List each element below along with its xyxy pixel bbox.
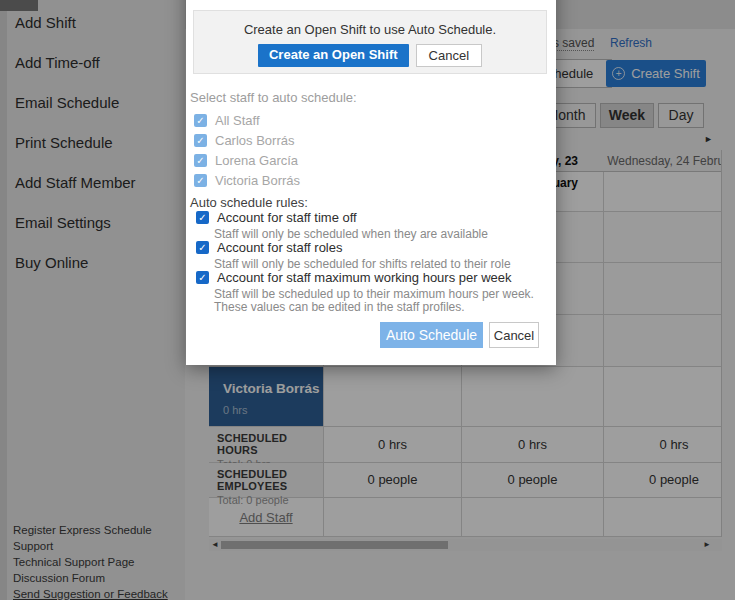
checkbox-rule-max-hours[interactable]: ✓ <box>196 271 209 284</box>
checkbox-rule-time-off[interactable]: ✓ <box>196 211 209 224</box>
banner-message: Create an Open Shift to use Auto Schedul… <box>194 22 546 37</box>
staff-option-carlos: ✓ Carlos Borrás <box>194 133 294 148</box>
rule-description: These values can be edited in the staff … <box>214 300 465 314</box>
rule-label: Account for staff roles <box>217 240 343 255</box>
dialog-cancel-button[interactable]: Cancel <box>489 322 539 348</box>
rule-max-hours: ✓ Account for staff maximum working hour… <box>196 270 512 285</box>
rule-description: Staff will only be scheduled for shifts … <box>214 257 511 271</box>
app-window: Add Shift Add Time-off Email Schedule Pr… <box>0 0 735 600</box>
rule-label: Account for staff time off <box>217 210 357 225</box>
auto-schedule-dialog: Create an Open Shift to use Auto Schedul… <box>186 0 556 365</box>
staff-option-victoria: ✓ Victoria Borrás <box>194 173 300 188</box>
staff-option-label: Lorena García <box>215 153 298 168</box>
checkbox-lorena[interactable]: ✓ <box>194 154 207 167</box>
rule-roles: ✓ Account for staff roles <box>196 240 343 255</box>
checkbox-rule-roles[interactable]: ✓ <box>196 241 209 254</box>
staff-option-lorena: ✓ Lorena García <box>194 153 298 168</box>
staff-option-all-staff: ✓ All Staff <box>194 113 260 128</box>
auto-schedule-submit-button[interactable]: Auto Schedule <box>380 322 483 348</box>
rule-description: Staff will only be scheduled when they a… <box>214 227 488 241</box>
staff-section-title: Select staff to auto schedule: <box>190 90 357 105</box>
checkbox-victoria[interactable]: ✓ <box>194 174 207 187</box>
checkbox-carlos[interactable]: ✓ <box>194 134 207 147</box>
rule-description: Staff will be scheduled up to their maxi… <box>214 287 534 301</box>
rule-label: Account for staff maximum working hours … <box>217 270 512 285</box>
checkbox-all-staff[interactable]: ✓ <box>194 114 207 127</box>
banner-cancel-button[interactable]: Cancel <box>416 44 482 67</box>
open-shift-banner: Create an Open Shift to use Auto Schedul… <box>193 10 547 74</box>
staff-option-label: Victoria Borrás <box>215 173 300 188</box>
rule-time-off: ✓ Account for staff time off <box>196 210 357 225</box>
staff-option-label: All Staff <box>215 113 260 128</box>
staff-option-label: Carlos Borrás <box>215 133 294 148</box>
create-open-shift-button[interactable]: Create an Open Shift <box>258 44 409 67</box>
rules-section-title: Auto schedule rules: <box>190 195 308 210</box>
